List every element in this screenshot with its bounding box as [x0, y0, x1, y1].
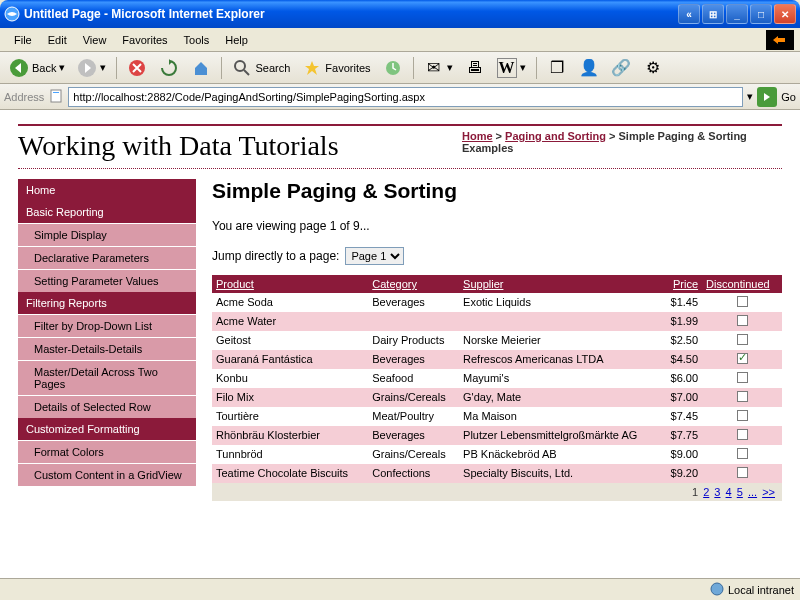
window-alt1-button[interactable]: «	[678, 4, 700, 24]
checkbox[interactable]	[737, 353, 748, 364]
checkbox[interactable]	[737, 467, 748, 478]
address-bar: Address ▾ Go	[0, 84, 800, 110]
window-icon: ❐	[547, 58, 567, 78]
window-alt2-button[interactable]: ⊞	[702, 4, 724, 24]
messenger-icon: 👤	[579, 58, 599, 78]
sidebar-item[interactable]: Master/Detail Across Two Pages	[18, 360, 196, 395]
toolbar-ext3-button[interactable]: 🔗	[606, 55, 636, 81]
checkbox[interactable]	[737, 429, 748, 440]
sidebar-item[interactable]: Declarative Parameters	[18, 246, 196, 269]
mail-button[interactable]: ✉▾	[419, 55, 458, 81]
sidebar-item[interactable]: Filter by Drop-Down List	[18, 314, 196, 337]
refresh-button[interactable]	[154, 55, 184, 81]
go-button[interactable]	[757, 87, 777, 107]
cell-product: Konbu	[212, 369, 368, 388]
maximize-button[interactable]: □	[750, 4, 772, 24]
refresh-icon	[159, 58, 179, 78]
sidebar-item[interactable]: Setting Parameter Values	[18, 269, 196, 292]
edit-button[interactable]: W▾	[492, 55, 531, 81]
checkbox[interactable]	[737, 296, 748, 307]
toolbar-ext4-button[interactable]: ⚙	[638, 55, 668, 81]
menu-edit[interactable]: Edit	[40, 32, 75, 48]
go-label: Go	[781, 91, 796, 103]
menu-view[interactable]: View	[75, 32, 115, 48]
checkbox[interactable]	[737, 410, 748, 421]
breadcrumb-section[interactable]: Paging and Sorting	[505, 130, 606, 142]
cell-product: Tunnbröd	[212, 445, 368, 464]
sidebar-item[interactable]: Home	[18, 179, 196, 201]
breadcrumb-home[interactable]: Home	[462, 130, 493, 142]
pager-page[interactable]: 3	[714, 486, 720, 498]
svg-rect-9	[53, 92, 59, 93]
main-content: Simple Paging & Sorting You are viewing …	[212, 179, 782, 501]
pager-next[interactable]: >>	[762, 486, 775, 498]
close-button[interactable]: ✕	[774, 4, 796, 24]
search-button[interactable]: Search	[227, 55, 295, 81]
minimize-button[interactable]: _	[726, 4, 748, 24]
sidebar-item[interactable]: Custom Content in a GridView	[18, 463, 196, 486]
cell-category: Dairy Products	[368, 331, 459, 350]
sidebar-item[interactable]: Master-Details-Details	[18, 337, 196, 360]
cell-price: $7.45	[662, 407, 702, 426]
checkbox[interactable]	[737, 315, 748, 326]
addon-icon: ⚙	[643, 58, 663, 78]
sidebar-item[interactable]: Simple Display	[18, 223, 196, 246]
pager-ellipsis[interactable]: ...	[748, 486, 757, 498]
cell-discontinued	[702, 293, 782, 312]
menu-help[interactable]: Help	[217, 32, 256, 48]
checkbox[interactable]	[737, 391, 748, 402]
menu-tools[interactable]: Tools	[176, 32, 218, 48]
cell-category: Beverages	[368, 293, 459, 312]
dropdown-icon[interactable]: ▾	[747, 90, 753, 103]
sidebar-item[interactable]: Format Colors	[18, 440, 196, 463]
cell-discontinued	[702, 464, 782, 483]
sidebar-item[interactable]: Filtering Reports	[18, 292, 196, 314]
table-row: KonbuSeafoodMayumi's$6.00	[212, 369, 782, 388]
pager-page[interactable]: 4	[726, 486, 732, 498]
col-supplier[interactable]: Supplier	[459, 275, 662, 293]
cell-product: Acme Water	[212, 312, 368, 331]
sidebar-item[interactable]: Customized Formatting	[18, 418, 196, 440]
col-category[interactable]: Category	[368, 275, 459, 293]
table-row: Acme SodaBeveragesExotic Liquids$1.45	[212, 293, 782, 312]
back-button[interactable]: Back ▾	[4, 55, 70, 81]
chevron-down-icon: ▾	[520, 61, 526, 74]
toolbar-ext2-button[interactable]: 👤	[574, 55, 604, 81]
checkbox[interactable]	[737, 372, 748, 383]
page-select[interactable]: Page 1	[345, 247, 404, 265]
checkbox[interactable]	[737, 334, 748, 345]
print-button[interactable]: 🖶	[460, 55, 490, 81]
table-row: Guaraná FantásticaBeveragesRefrescos Ame…	[212, 350, 782, 369]
cell-product: Filo Mix	[212, 388, 368, 407]
forward-icon	[77, 58, 97, 78]
cell-supplier: Mayumi's	[459, 369, 662, 388]
svg-rect-8	[51, 90, 61, 102]
cell-discontinued	[702, 369, 782, 388]
dotted-divider	[18, 168, 782, 169]
col-price[interactable]: Price	[662, 275, 702, 293]
menu-favorites[interactable]: Favorites	[114, 32, 175, 48]
cell-discontinued	[702, 312, 782, 331]
sidebar-item[interactable]: Basic Reporting	[18, 201, 196, 223]
forward-button[interactable]: ▾	[72, 55, 111, 81]
address-input[interactable]	[68, 87, 743, 107]
menu-file[interactable]: File	[6, 32, 40, 48]
col-discontinued[interactable]: Discontinued	[702, 275, 782, 293]
cell-price: $9.00	[662, 445, 702, 464]
cell-supplier: G'day, Mate	[459, 388, 662, 407]
cell-supplier: Specialty Biscuits, Ltd.	[459, 464, 662, 483]
home-button[interactable]	[186, 55, 216, 81]
pager-page[interactable]: 2	[703, 486, 709, 498]
stop-button[interactable]	[122, 55, 152, 81]
checkbox[interactable]	[737, 448, 748, 459]
pager-page[interactable]: 5	[737, 486, 743, 498]
favorites-button[interactable]: Favorites	[297, 55, 375, 81]
sidebar-item[interactable]: Details of Selected Row	[18, 395, 196, 418]
table-row: Rhönbräu KlosterbierBeveragesPlutzer Leb…	[212, 426, 782, 445]
cell-category: Grains/Cereals	[368, 388, 459, 407]
history-button[interactable]	[378, 55, 408, 81]
toolbar-ext1-button[interactable]: ❐	[542, 55, 572, 81]
search-icon	[232, 58, 252, 78]
col-product[interactable]: Product	[212, 275, 368, 293]
window-buttons: « ⊞ _ □ ✕	[678, 4, 796, 24]
